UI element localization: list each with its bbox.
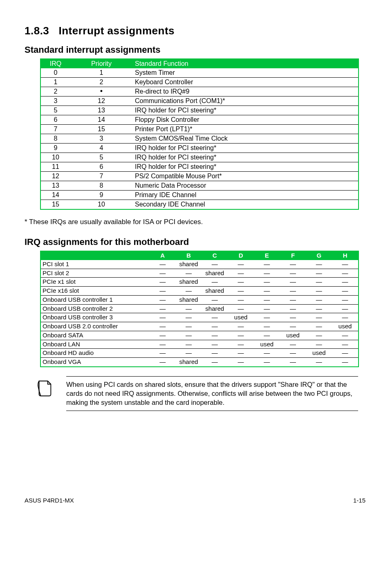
motherboard-irq-table: ABCDEFGH PCI slot 1—shared——————PCI slot…	[40, 251, 359, 367]
cell-value: —	[306, 358, 332, 367]
cell-device: Onboard USB 2.0 controller	[40, 322, 150, 331]
cell-value: —	[202, 340, 228, 349]
cell-device: Onboard USB controller 3	[40, 313, 150, 322]
cell-function: Communications Port (COM1)*	[132, 97, 359, 106]
th-function: Standard Function	[132, 59, 359, 68]
cell-value: —	[150, 358, 176, 367]
cell-priority: 10	[70, 200, 132, 210]
footer-model: ASUS P4RD1-MX	[25, 497, 74, 504]
cell-irq: 14	[40, 191, 70, 200]
table-row: Onboard SATA—————used——	[40, 331, 359, 340]
cell-value: —	[175, 269, 202, 278]
cell-device: Onboard HD audio	[40, 349, 150, 358]
cell-function: Re-direct to IRQ#9	[132, 87, 359, 97]
cell-irq: 0	[40, 68, 70, 78]
cell-priority: 5	[70, 153, 132, 162]
table-row: 614Floppy Disk Controller	[40, 115, 359, 125]
table-row: 2•Re-direct to IRQ#9	[40, 87, 359, 97]
cell-value: used	[306, 349, 332, 358]
cell-irq: 15	[40, 200, 70, 210]
cell-value: —	[332, 295, 359, 304]
cell-priority: 9	[70, 191, 132, 200]
cell-value: —	[175, 304, 202, 313]
cell-value: —	[254, 331, 280, 340]
cell-value: —	[228, 269, 254, 278]
cell-priority: 12	[70, 97, 132, 106]
cell-function: IRQ holder for PCI steering*	[132, 162, 359, 172]
table-row: 1510Secondary IDE Channel	[40, 200, 359, 210]
table-row: 138Numeric Data Processor	[40, 181, 359, 191]
section-number: 1.8.3	[25, 25, 49, 37]
cell-value: —	[228, 295, 254, 304]
cell-value: —	[306, 340, 332, 349]
cell-value: —	[280, 287, 306, 296]
cell-value: —	[254, 287, 280, 296]
th-col: F	[280, 251, 306, 260]
cell-function: PS/2 Compatible Mouse Port*	[132, 172, 359, 181]
cell-value: shared	[175, 295, 202, 304]
cell-value: shared	[175, 278, 202, 287]
cell-irq: 9	[40, 144, 70, 153]
th-col: A	[150, 251, 176, 260]
table-row: Onboard HD audio——————used—	[40, 349, 359, 358]
cell-value: —	[280, 340, 306, 349]
cell-value: —	[202, 349, 228, 358]
table-row: Onboard VGA—shared——————	[40, 358, 359, 367]
cell-value: shared	[202, 269, 228, 278]
table-row: 105IRQ holder for PCI steering*	[40, 153, 359, 162]
cell-priority: •	[70, 87, 132, 97]
cell-value: —	[332, 304, 359, 313]
cell-value: —	[306, 287, 332, 296]
table-row: 12Keyboard Controller	[40, 78, 359, 87]
cell-value: —	[254, 278, 280, 287]
subheading-standard: Standard interrupt assignments	[25, 45, 365, 55]
cell-value: —	[202, 322, 228, 331]
cell-value: used	[228, 313, 254, 322]
th-col: E	[254, 251, 280, 260]
cell-function: Primary IDE Channel	[132, 191, 359, 200]
cell-irq: 1	[40, 78, 70, 87]
cell-value: —	[306, 295, 332, 304]
cell-value: —	[332, 358, 359, 367]
cell-value: —	[202, 313, 228, 322]
cell-value: shared	[202, 287, 228, 296]
cell-irq: 12	[40, 172, 70, 181]
cell-value: used	[280, 331, 306, 340]
table-row: 94IRQ holder for PCI steering*	[40, 144, 359, 153]
cell-value: —	[306, 313, 332, 322]
table-row: 83System CMOS/Real Time Clock	[40, 134, 359, 144]
cell-value: —	[175, 322, 202, 331]
cell-value: —	[332, 260, 359, 269]
cell-priority: 4	[70, 144, 132, 153]
cell-value: —	[306, 278, 332, 287]
cell-value: —	[306, 304, 332, 313]
cell-function: IRQ holder for PCI steering*	[132, 106, 359, 115]
cell-irq: 6	[40, 115, 70, 125]
cell-value: —	[175, 340, 202, 349]
table-row: Onboard USB controller 2——shared—————	[40, 304, 359, 313]
cell-value: —	[202, 278, 228, 287]
standard-irq-table: IRQ Priority Standard Function 01System …	[40, 58, 359, 210]
cell-value: —	[150, 322, 176, 331]
cell-function: Printer Port (LPT1)*	[132, 125, 359, 134]
cell-device: PCIe x1 slot	[40, 278, 150, 287]
cell-value: —	[150, 269, 176, 278]
cell-value: —	[332, 287, 359, 296]
cell-value: —	[280, 295, 306, 304]
cell-value: —	[175, 287, 202, 296]
cell-value: —	[150, 295, 176, 304]
table-row: PCI slot 1—shared——————	[40, 260, 359, 269]
cell-value: —	[280, 304, 306, 313]
cell-value: —	[254, 269, 280, 278]
cell-value: —	[332, 340, 359, 349]
cell-irq: 10	[40, 153, 70, 162]
table-row: Onboard USB controller 1—shared——————	[40, 295, 359, 304]
cell-value: —	[175, 331, 202, 340]
cell-function: System Timer	[132, 68, 359, 78]
cell-priority: 7	[70, 172, 132, 181]
cell-value: —	[332, 313, 359, 322]
cell-value: —	[228, 358, 254, 367]
cell-value: —	[332, 349, 359, 358]
note-text: * These IRQs are usually available for I…	[25, 218, 365, 226]
cell-value: —	[202, 260, 228, 269]
